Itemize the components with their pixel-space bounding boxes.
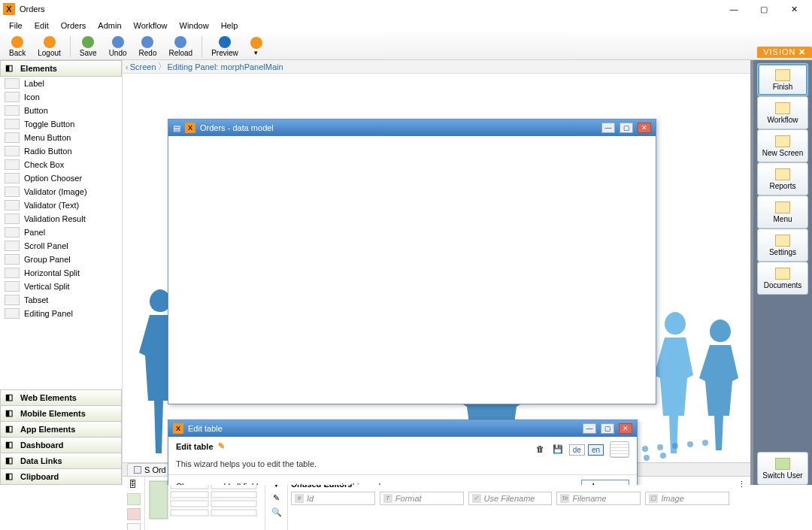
elements-accordion-header[interactable]: ◧ Elements — [0, 60, 122, 77]
dm-close-button[interactable]: ✕ — [638, 123, 651, 133]
less-button[interactable]: Less... — [581, 480, 629, 485]
element-validator-image-[interactable]: Validator (Image) — [0, 185, 122, 198]
accordion-clipboard[interactable]: ◧Clipboard — [0, 468, 122, 485]
save-icon[interactable]: 💾 — [553, 444, 563, 455]
unused-editor-use-filename[interactable]: ✓Use Filename — [468, 492, 553, 505]
palette-lock-icon[interactable]: 🗄 — [129, 480, 139, 490]
et-minimize-button[interactable]: — — [583, 423, 596, 434]
settings-label: Settings — [769, 248, 796, 256]
undo-button[interactable]: Undo — [103, 34, 133, 59]
logout-label: Logout — [38, 49, 61, 57]
menu-button[interactable]: Menu — [757, 195, 808, 229]
orders-data-model-titlebar[interactable]: ▤ X Orders - data model — ▢ ✕ — [168, 120, 656, 136]
accordion-app-elements[interactable]: ◧App Elements — [0, 421, 122, 438]
menu-workflow[interactable]: Workflow — [128, 20, 174, 32]
search-icon[interactable]: 🔍 — [271, 507, 282, 517]
accordion-mobile-elements[interactable]: ◧Mobile Elements — [0, 405, 122, 422]
unused-editor-image[interactable]: ▢Image — [645, 492, 729, 505]
reports-label: Reports — [769, 182, 795, 190]
reload-button[interactable]: Reload — [162, 34, 198, 59]
logout-button[interactable]: Logout — [32, 34, 67, 59]
element-menu-button[interactable]: Menu Button — [0, 131, 122, 144]
element-scroll-panel[interactable]: Scroll Panel — [0, 239, 122, 253]
element-check-box[interactable]: Check Box — [0, 158, 122, 171]
menu-window[interactable]: Window — [174, 20, 215, 32]
unused-editor-filename[interactable]: TeFilename — [556, 492, 641, 505]
element-vertical-split[interactable]: Vertical Split — [0, 280, 122, 293]
wizard-button[interactable]: ▾ — [244, 34, 268, 59]
documents-icon — [775, 268, 790, 280]
element-icon — [5, 173, 20, 183]
svg-rect-27 — [171, 510, 208, 516]
accordion-icon: ◧ — [5, 471, 16, 482]
element-validator-text-[interactable]: Validator (Text) — [0, 198, 122, 212]
orders-data-model-title: Orders - data model — [200, 123, 597, 132]
element-icon[interactable]: Icon — [0, 90, 122, 104]
element-panel[interactable]: Panel — [0, 226, 122, 239]
preview-button[interactable]: Preview — [205, 34, 244, 59]
brush-icon[interactable]: ✎ — [273, 493, 280, 503]
element-editing-panel[interactable]: Editing Panel — [0, 307, 122, 320]
maximize-button[interactable]: ▢ — [749, 0, 779, 18]
element-radio-button[interactable]: Radio Button — [0, 144, 122, 158]
element-tabset[interactable]: Tabset — [0, 293, 122, 307]
palette-add[interactable] — [127, 493, 141, 505]
reload-label: Reload — [168, 49, 192, 57]
preview-icon — [219, 36, 231, 48]
finish-button[interactable]: Finish — [757, 63, 808, 96]
accordion-dashboard[interactable]: ◧Dashboard — [0, 437, 122, 453]
breadcrumb-editing-panel[interactable]: Editing Panel: morphPanelMain — [168, 62, 283, 71]
palette-remove[interactable] — [127, 508, 141, 520]
dm-maximize-button[interactable]: ▢ — [620, 123, 633, 133]
element-toggle-button[interactable]: Toggle Button — [0, 117, 122, 131]
trash-icon[interactable]: 🗑 — [536, 444, 547, 455]
settings-button[interactable]: Settings — [757, 229, 808, 262]
unused-icon: ✓ — [472, 494, 481, 503]
element-label: Tabset — [24, 295, 48, 304]
element-button[interactable]: Button — [0, 104, 122, 117]
element-validation-result[interactable]: Validation Result — [0, 212, 122, 226]
back-button[interactable]: Back — [3, 34, 32, 59]
menu-file[interactable]: File — [3, 20, 29, 32]
close-button[interactable]: ✕ — [779, 0, 809, 18]
element-label: Validator (Image) — [24, 187, 87, 196]
toolbar: BackLogoutSaveUndoRedoReloadPreview▾ — [0, 33, 812, 60]
documents-button[interactable]: Documents — [757, 262, 808, 295]
unused-editor-format[interactable]: TFormat — [380, 492, 464, 505]
design-canvas[interactable]: ▤ X Orders - data model — ▢ ✕ X Edit tab… — [123, 74, 750, 485]
menu-icon — [775, 201, 790, 214]
minimize-button[interactable]: — — [719, 0, 749, 18]
bottom-tab-s-ord[interactable]: S Ord — [127, 463, 173, 476]
menu-help[interactable]: Help — [215, 20, 244, 32]
edit-table-titlebar[interactable]: X Edit table — ▢ ✕ — [168, 420, 637, 437]
menu-orders[interactable]: Orders — [55, 20, 92, 32]
et-maximize-button[interactable]: ▢ — [601, 423, 614, 434]
orders-data-model-window[interactable]: ▤ X Orders - data model — ▢ ✕ — [168, 119, 656, 404]
vision-tab[interactable]: VISION ✕ — [757, 47, 812, 58]
lang-en[interactable]: en — [588, 444, 604, 456]
reports-button[interactable]: Reports — [757, 162, 808, 195]
palette-edit[interactable] — [127, 523, 141, 530]
redo-button[interactable]: Redo — [133, 34, 163, 59]
newscreen-button[interactable]: New Screen — [757, 129, 808, 162]
menu-edit[interactable]: Edit — [29, 20, 55, 32]
accordion-data-links[interactable]: ◧Data Links — [0, 453, 122, 469]
accordion-web-elements[interactable]: ◧Web Elements — [0, 389, 122, 406]
save-button[interactable]: Save — [74, 34, 103, 59]
drag-handle-icon[interactable]: ⋮ — [738, 480, 746, 489]
lang-de[interactable]: de — [569, 444, 585, 456]
breadcrumb-screen[interactable]: Screen — [130, 62, 156, 71]
element-option-chooser[interactable]: Option Chooser — [0, 171, 122, 185]
table-preview-icon[interactable] — [610, 441, 629, 458]
element-label: Button — [24, 106, 48, 115]
element-horizontal-split[interactable]: Horizontal Split — [0, 266, 122, 280]
et-close-button[interactable]: ✕ — [619, 423, 632, 434]
unused-editor-id[interactable]: #Id — [291, 492, 375, 505]
dm-minimize-button[interactable]: — — [601, 123, 615, 133]
reports-icon — [775, 168, 790, 180]
element-group-panel[interactable]: Group Panel — [0, 253, 122, 266]
element-label[interactable]: Label — [0, 77, 122, 90]
workflow-button[interactable]: Workflow — [757, 96, 808, 129]
switch-user-button[interactable]: Switch User — [757, 452, 808, 485]
menu-admin[interactable]: Admin — [92, 20, 127, 32]
